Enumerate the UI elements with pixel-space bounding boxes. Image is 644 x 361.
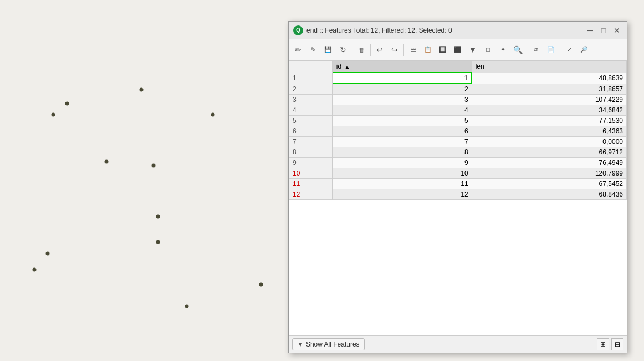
map-dot <box>156 215 160 219</box>
save-icon[interactable]: 💾 <box>321 43 335 57</box>
title-bar-left: Q end :: Features Total: 12, Filtered: 1… <box>293 25 452 35</box>
table-new-icon[interactable]: 🗃 <box>406 43 420 57</box>
copy-icon[interactable]: ⧉ <box>529 43 543 57</box>
table-row[interactable]: 2231,8657 <box>289 84 627 95</box>
cell-id[interactable]: 5 <box>333 116 472 126</box>
show-features-button[interactable]: ▼ Show All Features <box>292 338 365 350</box>
map-dot <box>259 283 263 287</box>
data-table: id ▲ len 1148,86392231,865733107,4229443… <box>289 60 627 200</box>
attribute-table[interactable]: id ▲ len 1148,86392231,865733107,4229443… <box>289 60 627 335</box>
sort-arrow-icon: ▲ <box>344 64 350 70</box>
cell-rownum: 7 <box>289 137 333 147</box>
map-dot <box>52 113 55 117</box>
toolbar-separator-2 <box>370 44 371 56</box>
cell-len[interactable]: 77,1530 <box>472 116 626 126</box>
cell-id[interactable]: 10 <box>333 168 472 179</box>
table-row[interactable]: 111167,5452 <box>289 179 627 189</box>
cell-id[interactable]: 12 <box>333 189 472 200</box>
zoom-map-icon[interactable]: 🔎 <box>577 43 591 57</box>
cell-id[interactable]: 3 <box>333 95 472 105</box>
select-expression-icon[interactable]: ✦ <box>495 43 510 57</box>
title-bar: Q end :: Features Total: 12, Filtered: 1… <box>289 22 627 39</box>
cell-rownum: 8 <box>289 147 333 158</box>
undo-icon[interactable]: ↩ <box>372 43 387 57</box>
maximize-button[interactable]: □ <box>598 25 609 36</box>
delete-icon[interactable]: 🗑 <box>354 43 369 57</box>
filter-icon[interactable]: ▼ <box>466 43 480 57</box>
window-title: end :: Features Total: 12, Filtered: 12,… <box>306 27 452 34</box>
cell-id[interactable]: 8 <box>333 147 472 158</box>
cell-rownum: 4 <box>289 105 333 116</box>
cell-len[interactable]: 76,4949 <box>472 158 626 168</box>
cell-rownum: 3 <box>289 95 333 105</box>
edit2-icon[interactable]: ✎ <box>306 43 320 57</box>
status-btn-right[interactable]: ⊟ <box>611 338 623 350</box>
qgis-logo-icon: Q <box>293 25 303 35</box>
col-header-len[interactable]: len <box>472 61 626 73</box>
table-row[interactable]: 1010120,7999 <box>289 168 627 179</box>
cell-len[interactable]: 68,8436 <box>472 189 626 200</box>
cell-len[interactable]: 34,6842 <box>472 105 626 116</box>
cell-rownum: 9 <box>289 158 333 168</box>
map-dot <box>211 113 215 117</box>
table-row[interactable]: 121268,8436 <box>289 189 627 200</box>
cell-rownum: 2 <box>289 84 333 95</box>
toolbar: ✏ ✎ 💾 ↻ 🗑 ↩ ↪ 🗃 📋 🔲 ⬛ ▼ ◻ ✦ 🔍 ⧉ 📄 ⤢ 🔎 <box>289 39 627 60</box>
col-header-id[interactable]: id ▲ <box>333 61 472 73</box>
cell-len[interactable]: 48,8639 <box>472 73 626 84</box>
cell-len[interactable]: 31,8657 <box>472 84 626 95</box>
status-bar-right: ⊞ ⊟ <box>597 338 623 350</box>
cell-len[interactable]: 67,5452 <box>472 179 626 189</box>
cell-id[interactable]: 7 <box>333 137 472 147</box>
columns-icon[interactable]: 📋 <box>421 43 435 57</box>
select-location-icon[interactable]: ◻ <box>481 43 495 57</box>
paste-icon[interactable]: 📄 <box>544 43 558 57</box>
table-row[interactable]: 1148,8639 <box>289 73 627 84</box>
filter-small-icon: ▼ <box>297 341 304 348</box>
expand-icon[interactable]: ⤢ <box>562 43 576 57</box>
cell-len[interactable]: 66,9712 <box>472 147 626 158</box>
toolbar-separator-3 <box>403 44 404 56</box>
field-calc-icon[interactable]: 🔲 <box>436 43 450 57</box>
cell-id[interactable]: 4 <box>333 105 472 116</box>
edit-pencil-icon[interactable]: ✏ <box>291 43 305 57</box>
map-dot <box>65 102 69 106</box>
table-row[interactable]: 9976,4949 <box>289 158 627 168</box>
table-row[interactable]: 5577,1530 <box>289 116 627 126</box>
cell-len[interactable]: 120,7999 <box>472 168 626 179</box>
cell-rownum: 10 <box>289 168 333 179</box>
toolbar-separator-4 <box>527 44 527 56</box>
show-features-label: Show All Features <box>306 341 360 348</box>
cell-rownum: 5 <box>289 116 333 126</box>
cell-id[interactable]: 9 <box>333 158 472 168</box>
qgis-attribute-table-window: Q end :: Features Total: 12, Filtered: 1… <box>288 21 627 353</box>
cell-len[interactable]: 107,4229 <box>472 95 626 105</box>
cell-len[interactable]: 6,4363 <box>472 126 626 137</box>
close-button[interactable]: ✕ <box>611 25 622 36</box>
conditional-icon[interactable]: ⬛ <box>451 43 465 57</box>
status-btn-left[interactable]: ⊞ <box>597 338 609 350</box>
cell-rownum: 1 <box>289 73 333 84</box>
cell-id[interactable]: 11 <box>333 179 472 189</box>
table-row[interactable]: 770,0000 <box>289 137 627 147</box>
col-header-rownum <box>289 61 333 73</box>
map-dot <box>46 252 50 256</box>
table-row[interactable]: 33107,4229 <box>289 95 627 105</box>
title-bar-controls: ─ □ ✕ <box>585 25 622 36</box>
map-dot <box>185 305 189 308</box>
cell-id[interactable]: 1 <box>333 73 472 84</box>
cell-id[interactable]: 2 <box>333 84 472 95</box>
search-icon[interactable]: 🔍 <box>510 43 525 57</box>
table-row[interactable]: 4434,6842 <box>289 105 627 116</box>
table-row[interactable]: 8866,9712 <box>289 147 627 158</box>
map-dot <box>152 164 156 168</box>
map-dot <box>140 88 144 92</box>
table-row[interactable]: 666,4363 <box>289 126 627 137</box>
minimize-button[interactable]: ─ <box>585 25 596 36</box>
map-dot <box>33 268 37 272</box>
redo-icon[interactable]: ↪ <box>387 43 402 57</box>
cell-id[interactable]: 6 <box>333 126 472 137</box>
reload-icon[interactable]: ↻ <box>336 43 350 57</box>
cell-len[interactable]: 0,0000 <box>472 137 626 147</box>
map-dot <box>105 160 109 164</box>
